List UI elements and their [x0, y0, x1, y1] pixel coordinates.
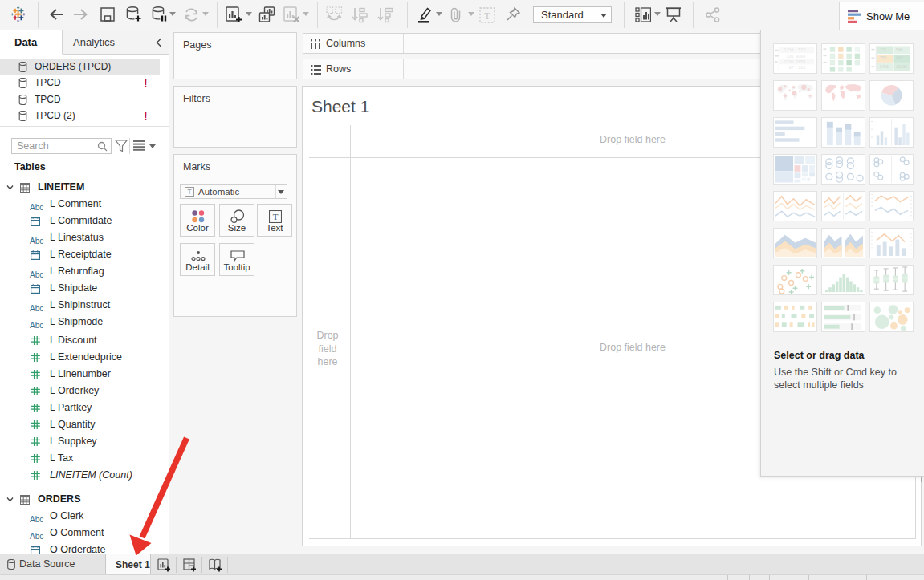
- svg-text:T: T: [273, 212, 279, 221]
- svg-text:2453: 2453: [880, 65, 889, 69]
- svg-text:573: 573: [798, 47, 805, 52]
- svg-text:2859: 2859: [796, 59, 805, 64]
- svg-text:645: 645: [896, 56, 902, 60]
- svg-text:9004: 9004: [796, 54, 805, 59]
- svg-text:2230: 2230: [784, 59, 794, 64]
- svg-text:1234: 1234: [784, 47, 794, 52]
- svg-text:123: 123: [880, 48, 886, 52]
- svg-text:67: 67: [789, 65, 794, 70]
- svg-text:312: 312: [798, 65, 805, 70]
- svg-text:T: T: [484, 10, 490, 22]
- svg-text:540: 540: [896, 48, 902, 52]
- svg-text:10930: 10930: [896, 65, 907, 69]
- svg-text:330: 330: [787, 54, 794, 59]
- svg-text:758: 758: [880, 56, 886, 60]
- svg-text:T: T: [187, 188, 192, 196]
